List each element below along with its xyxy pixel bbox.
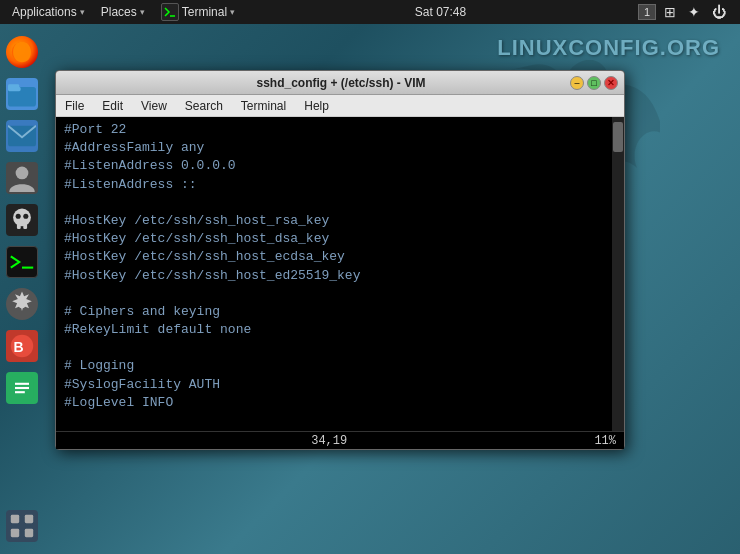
taskbar-left: Applications ▾ Places ▾ Terminal ▾ (4, 0, 243, 24)
svg-text:B: B (14, 339, 24, 355)
svg-point-11 (23, 214, 28, 219)
terminal-taskbar-icon (161, 3, 179, 21)
svg-rect-21 (11, 515, 19, 523)
vim-menu-help[interactable]: Help (299, 97, 334, 115)
applications-label: Applications (12, 5, 77, 19)
vim-content[interactable]: #Port 22 #AddressFamily any #ListenAddre… (56, 117, 624, 431)
vim-maximize-button[interactable]: □ (587, 76, 601, 90)
sidebar-item-mail[interactable] (4, 118, 40, 154)
tray-power-icon[interactable]: ⏻ (708, 2, 730, 22)
tray-network-icon[interactable]: ⊞ (660, 2, 680, 22)
vim-minimize-button[interactable]: – (570, 76, 584, 90)
svg-rect-24 (25, 529, 33, 537)
svg-rect-4 (8, 84, 19, 90)
exploit-icon (6, 204, 38, 236)
svg-point-6 (16, 167, 29, 180)
terminal-menu[interactable]: Terminal ▾ (153, 0, 243, 24)
sidebar-item-user[interactable] (4, 160, 40, 196)
sidebar-item-terminal[interactable] (4, 244, 40, 280)
vim-menu-file[interactable]: File (60, 97, 89, 115)
desktop: Applications ▾ Places ▾ Terminal ▾ Sat 0… (0, 0, 740, 554)
vim-scrollbar-thumb[interactable] (613, 122, 623, 152)
vim-menu-view[interactable]: View (136, 97, 172, 115)
svg-rect-23 (11, 529, 19, 537)
vim-menu-terminal[interactable]: Terminal (236, 97, 291, 115)
taskbar: Applications ▾ Places ▾ Terminal ▾ Sat 0… (0, 0, 740, 24)
vim-window: sshd_config + (/etc/ssh) - VIM – □ ✕ Fil… (55, 70, 625, 450)
vim-menu-edit[interactable]: Edit (97, 97, 128, 115)
vim-close-button[interactable]: ✕ (604, 76, 618, 90)
terminal-side-icon (6, 246, 38, 278)
vim-titlebar: sshd_config + (/etc/ssh) - VIM – □ ✕ (56, 71, 624, 95)
svg-point-7 (13, 209, 31, 227)
sidebar-item-settings[interactable] (4, 286, 40, 322)
vim-editor-area[interactable]: #Port 22 #AddressFamily any #ListenAddre… (56, 117, 612, 431)
taskbar-clock: Sat 07:48 (243, 5, 638, 19)
sidebar-item-show-apps[interactable] (4, 508, 40, 544)
places-label: Places (101, 5, 137, 19)
vim-menubar: File Edit View Search Terminal Help (56, 95, 624, 117)
mail-icon (6, 120, 38, 152)
terminal-arrow: ▾ (230, 7, 235, 17)
svg-point-10 (16, 214, 21, 219)
places-arrow: ▾ (140, 7, 145, 17)
sidebar-item-files[interactable] (4, 76, 40, 112)
files-icon (6, 78, 38, 110)
vim-statusbar: 34,19 11% (56, 431, 624, 449)
taskbar-right: 1 ⊞ ✦ ⏻ (638, 2, 736, 22)
vim-title: sshd_config + (/etc/ssh) - VIM (112, 76, 570, 90)
svg-rect-12 (8, 251, 36, 273)
svg-rect-22 (25, 515, 33, 523)
watermark: LINUXCONFIG.ORG (497, 35, 720, 61)
sidebar-item-exploit[interactable] (4, 202, 40, 238)
terminal-label: Terminal (182, 5, 227, 19)
svg-rect-8 (17, 224, 21, 229)
firefox-icon (6, 36, 38, 68)
workspace-badge[interactable]: 1 (638, 4, 656, 20)
applications-arrow: ▾ (80, 7, 85, 17)
tray-bluetooth-icon[interactable]: ✦ (684, 2, 704, 22)
sidebar-item-burp[interactable]: B (4, 328, 40, 364)
settings-icon (6, 288, 38, 320)
vim-scroll-percent: 11% (594, 434, 616, 448)
svg-rect-9 (23, 224, 27, 229)
sidebar-item-green-tool[interactable] (4, 370, 40, 406)
applications-menu[interactable]: Applications ▾ (4, 0, 93, 24)
vim-cursor-position: 34,19 (311, 434, 347, 448)
places-menu[interactable]: Places ▾ (93, 0, 153, 24)
burp-icon: B (6, 330, 38, 362)
show-apps-icon (6, 510, 38, 542)
vim-scrollbar[interactable] (612, 117, 624, 431)
sidebar: B (0, 24, 44, 554)
vim-window-controls: – □ ✕ (570, 76, 618, 90)
sidebar-item-firefox[interactable] (4, 34, 40, 70)
vim-menu-search[interactable]: Search (180, 97, 228, 115)
user-icon (6, 162, 38, 194)
green-tool-icon (6, 372, 38, 404)
